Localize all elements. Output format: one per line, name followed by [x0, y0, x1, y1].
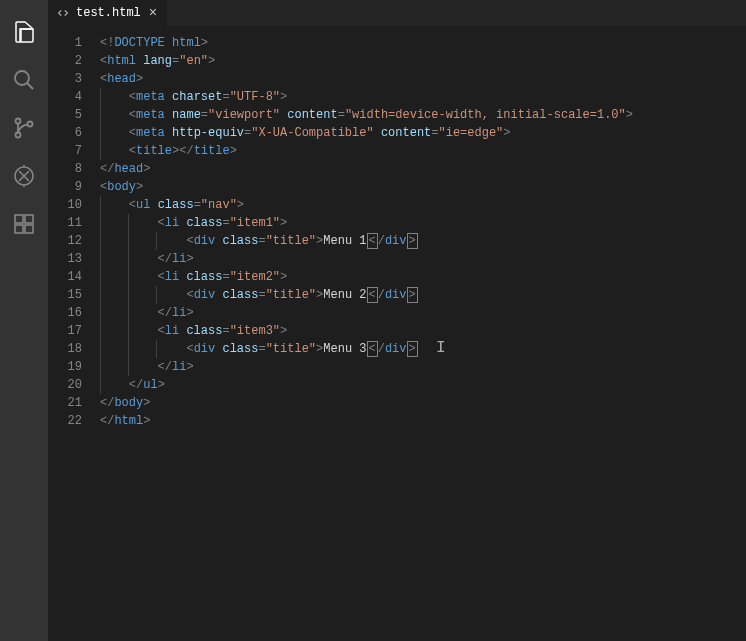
code-line[interactable]: </ul> — [100, 376, 746, 394]
code-line[interactable]: </li> — [100, 358, 746, 376]
code-line[interactable]: <li class="item3"> — [100, 322, 746, 340]
svg-rect-11 — [25, 215, 33, 223]
code-line[interactable]: <meta charset="UTF-8"> — [100, 88, 746, 106]
svg-point-4 — [28, 122, 33, 127]
extensions-icon[interactable] — [0, 200, 48, 248]
line-number: 15 — [48, 286, 82, 304]
line-number: 18 — [48, 340, 82, 358]
code-line[interactable]: <meta http-equiv="X-UA-Compatible" conte… — [100, 124, 746, 142]
line-number: 14 — [48, 268, 82, 286]
code-line[interactable]: </head> — [100, 160, 746, 178]
line-number: 8 — [48, 160, 82, 178]
line-number: 17 — [48, 322, 82, 340]
activity-bar — [0, 0, 48, 641]
explorer-icon[interactable] — [0, 8, 48, 56]
code-line[interactable]: <div class="title">Menu 1</div> — [100, 232, 746, 250]
line-number: 12 — [48, 232, 82, 250]
line-number: 20 — [48, 376, 82, 394]
line-number: 13 — [48, 250, 82, 268]
code-content[interactable]: <!DOCTYPE html><html lang="en"><head> <m… — [100, 26, 746, 641]
code-line[interactable]: </body> — [100, 394, 746, 412]
code-line[interactable]: <html lang="en"> — [100, 52, 746, 70]
line-number: 22 — [48, 412, 82, 430]
line-number-gutter: 12345678910111213141516171819202122 — [48, 26, 100, 641]
source-control-icon[interactable] — [0, 104, 48, 152]
code-line[interactable]: <li class="item1"> — [100, 214, 746, 232]
svg-rect-10 — [25, 225, 33, 233]
code-line[interactable]: <head> — [100, 70, 746, 88]
line-number: 9 — [48, 178, 82, 196]
line-number: 19 — [48, 358, 82, 376]
code-line[interactable]: </li> — [100, 304, 746, 322]
file-code-icon — [56, 6, 70, 20]
svg-line-1 — [27, 83, 33, 89]
line-number: 3 — [48, 70, 82, 88]
code-line[interactable]: </li> — [100, 250, 746, 268]
svg-point-3 — [16, 133, 21, 138]
tab-test-html[interactable]: test.html × — [48, 0, 168, 26]
line-number: 5 — [48, 106, 82, 124]
tab-bar: test.html × — [48, 0, 746, 26]
svg-rect-8 — [15, 215, 23, 223]
code-line[interactable]: <meta name="viewport" content="width=dev… — [100, 106, 746, 124]
tab-close-icon[interactable]: × — [147, 6, 159, 20]
code-line[interactable]: </html> — [100, 412, 746, 430]
line-number: 16 — [48, 304, 82, 322]
code-line[interactable]: <div class="title">Menu 3</div>I — [100, 340, 746, 358]
code-line[interactable]: <body> — [100, 178, 746, 196]
line-number: 1 — [48, 34, 82, 52]
line-number: 4 — [48, 88, 82, 106]
svg-point-2 — [16, 119, 21, 124]
line-number: 2 — [48, 52, 82, 70]
line-number: 6 — [48, 124, 82, 142]
svg-rect-9 — [15, 225, 23, 233]
code-line[interactable]: <li class="item2"> — [100, 268, 746, 286]
code-line[interactable]: <ul class="nav"> — [100, 196, 746, 214]
text-editor[interactable]: 12345678910111213141516171819202122 <!DO… — [48, 26, 746, 641]
code-line[interactable]: <!DOCTYPE html> — [100, 34, 746, 52]
tab-filename: test.html — [76, 6, 141, 20]
debug-icon[interactable] — [0, 152, 48, 200]
line-number: 21 — [48, 394, 82, 412]
code-line[interactable]: <title></title> — [100, 142, 746, 160]
line-number: 10 — [48, 196, 82, 214]
code-line[interactable]: <div class="title">Menu 2</div> — [100, 286, 746, 304]
line-number: 11 — [48, 214, 82, 232]
svg-point-0 — [15, 71, 29, 85]
search-icon[interactable] — [0, 56, 48, 104]
editor-group: test.html × 1234567891011121314151617181… — [48, 0, 746, 641]
line-number: 7 — [48, 142, 82, 160]
